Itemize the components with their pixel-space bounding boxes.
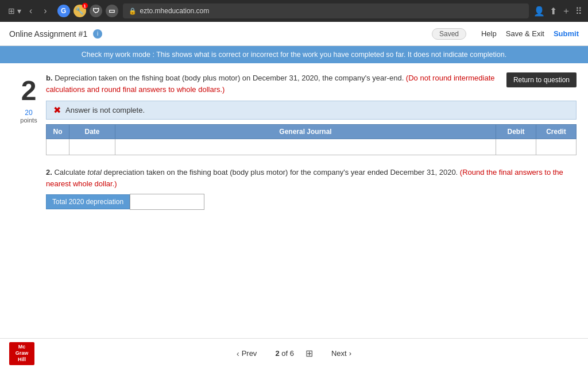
input-credit[interactable]	[541, 143, 571, 151]
input-date[interactable]	[74, 143, 110, 151]
question-body: Return to question b. Depreciation taken…	[46, 72, 577, 325]
header-actions: Help Save & Exit Submit	[481, 29, 579, 38]
back-button[interactable]: ‹	[26, 5, 36, 17]
page-current: 2	[275, 349, 279, 358]
page-total: 6	[290, 349, 294, 358]
col-general-journal: General Journal	[115, 125, 496, 139]
question-number: 2	[11, 72, 46, 106]
section2: 2. Calculate total depreciation taken on…	[46, 167, 577, 210]
return-to-question-button[interactable]: Return to question	[506, 72, 577, 87]
shield-icon[interactable]: 🛡	[90, 5, 102, 17]
browser-window-controls: ⊞ ▾	[8, 6, 21, 16]
notice-text: Check my work mode : This shows what is …	[82, 51, 506, 59]
window-menu[interactable]: ⊞ ▾	[8, 6, 21, 16]
share-icon[interactable]: ⬆	[550, 6, 557, 17]
dep-label: Total 2020 depreciation	[46, 194, 130, 209]
cell-debit[interactable]	[496, 139, 536, 155]
main-content: 2 20 points Return to question b. Deprec…	[0, 63, 588, 335]
part-b-text: b. Depreciation taken on the fishing boa…	[46, 72, 577, 95]
plus-icon[interactable]: ＋	[562, 5, 571, 17]
app-header: Online Assignment #1 i Saved Help Save &…	[0, 22, 588, 46]
cell-journal[interactable]	[115, 139, 496, 155]
points-value: 20	[25, 109, 32, 117]
help-button[interactable]: Help	[481, 29, 497, 38]
cell-credit[interactable]	[536, 139, 577, 155]
page-of: of	[281, 349, 289, 358]
col-no: No	[47, 125, 69, 139]
url-text: ezto.mheducation.com	[140, 7, 210, 15]
journal-table: No Date General Journal Debit Credit	[46, 124, 577, 155]
question-layout: 2 20 points Return to question b. Deprec…	[11, 72, 577, 325]
input-debit[interactable]	[501, 143, 531, 151]
notice-bar: Check my work mode : This shows what is …	[0, 46, 588, 63]
info-icon[interactable]: i	[93, 29, 102, 39]
col-date: Date	[69, 125, 115, 139]
extension-icons: G 🔧 1 🛡 ▭	[57, 5, 118, 17]
profile-icon[interactable]: 👤	[533, 6, 545, 17]
submit-button[interactable]: Submit	[554, 29, 579, 38]
lock-icon: 🔒	[129, 7, 137, 15]
cell-no[interactable]	[47, 139, 69, 155]
answer-incomplete-text: Answer is not complete.	[65, 106, 145, 114]
section2-text-post: depreciation taken on the fishing boat (…	[103, 168, 458, 177]
url-bar[interactable]: 🔒 ezto.mheducation.com	[123, 3, 529, 18]
logo-box: McGrawHill	[9, 342, 34, 365]
next-label: Next	[331, 349, 347, 358]
part-b-description: Depreciation taken on the fishing boat (…	[55, 74, 406, 82]
next-button[interactable]: Next ›	[324, 346, 358, 361]
section2-italic: total	[87, 168, 102, 177]
col-credit: Credit	[536, 125, 577, 139]
points-label: points	[20, 117, 37, 124]
saved-badge: Saved	[432, 28, 466, 40]
forward-button[interactable]: ›	[40, 5, 50, 17]
grid-view-icon[interactable]: ⊞	[305, 348, 313, 359]
input-journal[interactable]	[120, 143, 491, 151]
next-arrow-icon: ›	[349, 349, 351, 358]
page-info: 2 of 6	[275, 349, 294, 358]
browser-actions: 👤 ⬆ ＋ ⠿	[533, 5, 582, 17]
dep-input[interactable]	[130, 194, 204, 210]
col-debit: Debit	[496, 125, 536, 139]
footer: McGrawHill ‹ Prev 2 of 6 ⊞ Next ›	[0, 338, 588, 368]
prev-arrow-icon: ‹	[237, 349, 239, 358]
cell-date[interactable]	[69, 139, 115, 155]
tab-manager-icon[interactable]: ▭	[106, 5, 118, 17]
extension-icon[interactable]: 🔧 1	[74, 5, 86, 17]
error-icon: ✖	[53, 105, 61, 116]
logo-text: McGrawHill	[16, 344, 29, 362]
answer-incomplete-notice: ✖ Answer is not complete.	[46, 101, 577, 120]
input-no[interactable]	[51, 143, 64, 151]
assignment-title: Online Assignment #1	[9, 29, 87, 39]
table-row	[47, 139, 577, 155]
section2-text: 2. Calculate total depreciation taken on…	[46, 167, 577, 189]
section2-text-pre: Calculate	[54, 168, 87, 177]
question-side-info: 2 20 points	[11, 72, 46, 325]
depreciation-row: Total 2020 depreciation	[46, 194, 577, 210]
mcgraw-hill-logo: McGrawHill	[9, 342, 34, 365]
save-exit-button[interactable]: Save & Exit	[506, 29, 544, 38]
prev-button[interactable]: ‹ Prev	[230, 346, 264, 362]
browser-chrome: ⊞ ▾ ‹ › G 🔧 1 🛡 ▭ 🔒 ezto.mheducation.com…	[0, 0, 588, 22]
grid-apps-icon[interactable]: ⠿	[575, 6, 582, 17]
prev-label: Prev	[242, 349, 257, 358]
section2-number: 2.	[46, 168, 52, 177]
google-icon[interactable]: G	[57, 5, 70, 17]
